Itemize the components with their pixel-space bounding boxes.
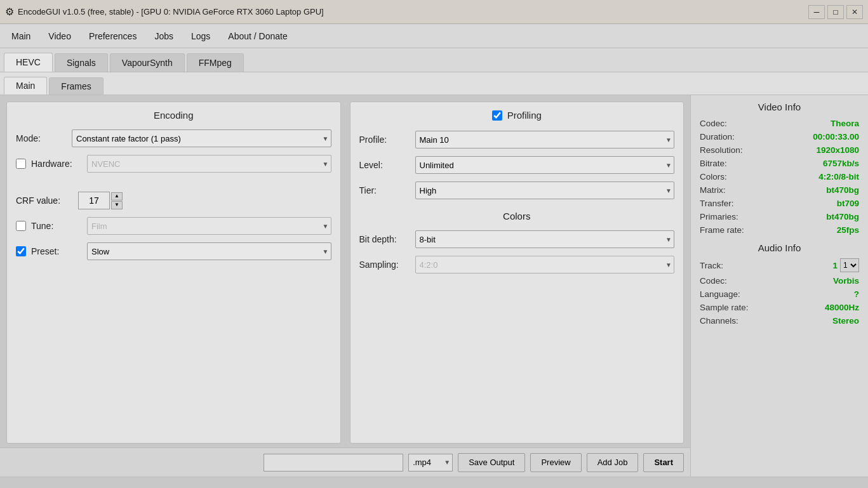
level-select[interactable]: Unlimited 3.0 3.1 4.0 4.1 5.0 5.1 <box>415 156 675 174</box>
tab-vapoursynth[interactable]: VapourSynth <box>110 53 185 72</box>
profile-select[interactable]: Main 10 Main High <box>415 131 675 148</box>
info-matrix-value: bt470bg <box>826 185 859 195</box>
info-bitrate-label: Bitrate: <box>700 159 727 168</box>
tune-select[interactable]: Film Animation Grain <box>87 217 331 235</box>
title-controls: ─ □ ✕ <box>808 5 863 19</box>
hardware-select[interactable]: NVENC AMF QSV <box>87 155 331 173</box>
info-row-duration: Duration: 00:00:33.00 <box>700 132 859 142</box>
audio-row-codec: Codec: Vorbis <box>700 276 859 286</box>
save-output-button[interactable]: Save Output <box>458 453 525 472</box>
audio-row-language: Language: ? <box>700 289 859 299</box>
info-primaries-label: Primaries: <box>700 212 738 221</box>
info-codec-value: Theora <box>831 119 859 128</box>
menu-item-main[interactable]: Main <box>3 27 39 45</box>
audio-track-value: 1 <box>832 261 838 270</box>
tab-ffmpeg[interactable]: FFMpeg <box>187 53 244 72</box>
tier-select[interactable]: High Main <box>415 181 675 199</box>
close-button[interactable]: ✕ <box>846 5 863 19</box>
menu-bar: Main Video Preferences Jobs Logs About /… <box>0 24 868 48</box>
info-resolution-value: 1920x1080 <box>816 145 859 155</box>
audio-row-channels: Channels: Stereo <box>700 316 859 326</box>
tab-main[interactable]: Main <box>4 77 47 95</box>
mode-select[interactable]: Constant rate factor (1 pass) 2 pass Bit… <box>72 129 331 147</box>
tab-bar-1: HEVC Signals VapourSynth FFMpeg <box>0 48 868 72</box>
preset-checkbox[interactable] <box>16 246 26 256</box>
info-primaries-value: bt470bg <box>826 212 859 221</box>
info-panel: Video Info Codec: Theora Duration: 00:00… <box>690 95 868 477</box>
info-row-bitrate: Bitrate: 6757kb/s <box>700 159 859 168</box>
colors-section: Colors Bit depth: 8-bit 10-bit ▼ <box>359 211 675 274</box>
info-row-framerate: Frame rate: 25fps <box>700 225 859 235</box>
crf-row: CRF value: ▲ ▼ <box>16 192 331 209</box>
hardware-select-wrapper: NVENC AMF QSV ▼ <box>87 155 331 173</box>
crf-down-button[interactable]: ▼ <box>111 201 123 209</box>
sampling-label: Sampling: <box>359 260 410 270</box>
info-row-primaries: Primaries: bt470bg <box>700 212 859 221</box>
info-row-matrix: Matrix: bt470bg <box>700 185 859 195</box>
info-duration-label: Duration: <box>700 132 735 142</box>
tier-row: Tier: High Main ▼ <box>359 181 675 199</box>
menu-item-about-donate[interactable]: About / Donate <box>219 27 296 45</box>
menu-item-preferences[interactable]: Preferences <box>80 27 145 45</box>
audio-language-label: Language: <box>700 289 740 299</box>
info-row-transfer: Transfer: bt709 <box>700 199 859 208</box>
profiling-panel: Profiling Profile: Main 10 Main High ▼ <box>350 102 684 444</box>
hardware-label: Hardware: <box>31 159 82 169</box>
tune-row: Tune: Film Animation Grain ▼ <box>16 217 331 235</box>
audio-track-select[interactable]: 1 2 <box>840 258 859 272</box>
info-row-colors: Colors: 4:2:0/8-bit <box>700 172 859 181</box>
profiling-title: Profiling <box>507 110 542 121</box>
menu-item-jobs[interactable]: Jobs <box>145 27 182 45</box>
audio-track-label: Track: <box>700 261 723 270</box>
menu-item-logs[interactable]: Logs <box>182 27 219 45</box>
encoding-section-title: Encoding <box>16 110 331 121</box>
start-button[interactable]: Start <box>643 453 684 472</box>
extension-select[interactable]: .mp4 .mkv .mov .avi <box>408 454 453 472</box>
preview-button[interactable]: Preview <box>530 453 581 472</box>
output-path-input[interactable] <box>264 454 403 472</box>
level-row: Level: Unlimited 3.0 3.1 4.0 4.1 5.0 5.1 <box>359 156 675 174</box>
panels-area: Encoding Mode: Constant rate factor (1 p… <box>0 95 690 447</box>
menu-item-video[interactable]: Video <box>39 27 80 45</box>
info-bitrate-value: 6757kb/s <box>823 159 859 168</box>
app-icon: ⚙ <box>5 6 14 18</box>
tab-hevc[interactable]: HEVC <box>4 53 53 72</box>
profile-select-wrapper: Main 10 Main High ▼ <box>415 131 675 148</box>
preset-select[interactable]: Ultrafast Superfast Veryfast Faster Fast… <box>87 242 331 260</box>
profiling-checkbox[interactable] <box>492 110 502 121</box>
info-colors-label: Colors: <box>700 172 727 181</box>
minimize-button[interactable]: ─ <box>808 5 825 19</box>
left-body: Encoding Mode: Constant rate factor (1 p… <box>0 95 690 477</box>
add-job-button[interactable]: Add Job <box>587 453 639 472</box>
info-matrix-label: Matrix: <box>700 185 726 195</box>
tier-label: Tier: <box>359 185 410 195</box>
crf-spinner: ▲ ▼ <box>111 192 123 209</box>
info-transfer-label: Transfer: <box>700 199 734 208</box>
tune-select-wrapper: Film Animation Grain ▼ <box>87 217 331 235</box>
hardware-checkbox[interactable] <box>16 159 26 169</box>
mode-select-wrapper: Constant rate factor (1 pass) 2 pass Bit… <box>72 129 331 147</box>
tune-label: Tune: <box>31 221 82 231</box>
profile-row: Profile: Main 10 Main High ▼ <box>359 131 675 148</box>
hardware-row: Hardware: NVENC AMF QSV ▼ <box>16 155 331 173</box>
tab-frames[interactable]: Frames <box>49 77 103 95</box>
crf-input[interactable] <box>78 192 110 209</box>
bit-depth-select[interactable]: 8-bit 10-bit <box>415 230 675 248</box>
sampling-select[interactable]: 4:2:0 4:2:2 4:4:4 <box>415 256 675 274</box>
extension-wrapper: .mp4 .mkv .mov .avi ▼ <box>408 454 453 472</box>
mode-label: Mode: <box>16 133 67 143</box>
level-select-wrapper: Unlimited 3.0 3.1 4.0 4.1 5.0 5.1 ▼ <box>415 156 675 174</box>
audio-language-value: ? <box>854 289 859 299</box>
tune-checkbox[interactable] <box>16 221 26 231</box>
audio-info-title: Audio Info <box>700 242 859 253</box>
tab-signals[interactable]: Signals <box>55 53 108 72</box>
sampling-select-wrapper: 4:2:0 4:2:2 4:4:4 ▼ <box>415 256 675 274</box>
audio-channels-label: Channels: <box>700 316 738 326</box>
profile-label: Profile: <box>359 135 410 145</box>
crf-up-button[interactable]: ▲ <box>111 192 123 201</box>
info-framerate-label: Frame rate: <box>700 225 744 235</box>
crf-label: CRF value: <box>16 195 73 206</box>
profiling-header: Profiling <box>359 110 675 121</box>
maximize-button[interactable]: □ <box>827 5 844 19</box>
bit-depth-label: Bit depth: <box>359 234 410 244</box>
